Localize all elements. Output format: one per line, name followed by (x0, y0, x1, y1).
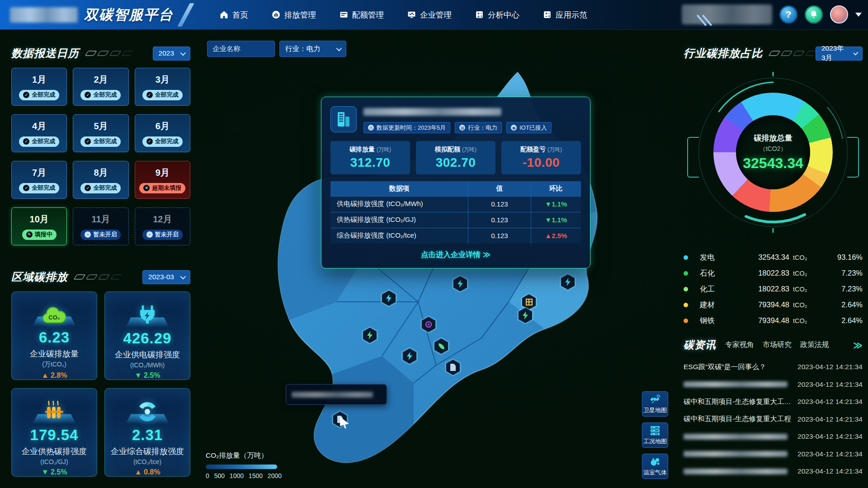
legend-dot (684, 319, 688, 323)
emissions-chart-icon (272, 10, 280, 19)
status-badge: ✓全部完成 (142, 90, 183, 100)
greenhouse-gas-button[interactable]: 温室气体 (642, 454, 668, 479)
news-item[interactable]: 2023-04-12 14:21:34 (684, 446, 863, 463)
enterprise-search-input[interactable] (207, 41, 275, 57)
industry-donut-chart: 碳排放总量 （tCO2） 32543.34 (684, 68, 863, 249)
status-badge: ✓全部完成 (19, 136, 59, 147)
calendar-year-select[interactable]: 2023 (153, 47, 190, 61)
total-unit: （tCO2） (760, 145, 787, 153)
news-item-title-redacted (684, 469, 788, 474)
news-item-time: 2023-04-12 14:21:34 (797, 415, 863, 423)
month-card-feb[interactable]: 2月 ✓全部完成 (73, 68, 128, 106)
user-info-redacted (682, 5, 772, 24)
table-row: 综合碳排放强度 (tCO₂/tce) 0.123 ▲2.5% (330, 228, 581, 244)
news-item[interactable]: 2023-04-12 14:21:34 (684, 463, 863, 480)
stat-unit: (tCO₂/tce) (133, 458, 161, 465)
month-card-jun[interactable]: 6月 ✓全部完成 (135, 114, 190, 152)
notifications-button[interactable] (805, 5, 823, 23)
month-card-nov[interactable]: 11月 −暂未开启 (73, 207, 128, 245)
month-card-mar[interactable]: 3月 ✓全部完成 (135, 68, 190, 106)
nav-item-home[interactable]: 首页 (220, 9, 248, 20)
status-badge: ✓全部完成 (19, 183, 59, 193)
help-button[interactable]: ? (779, 5, 797, 23)
month-card-sep[interactable]: 9月 ✕超期未填报 (135, 161, 190, 199)
clock-icon: ◷ (368, 125, 374, 131)
section-title: 行业碳排放占比 (684, 46, 763, 61)
status-icon: ✎ (26, 231, 33, 238)
news-list: ESG跟“双碳”是一回事么？ 2023-04-12 14:21:34 2023-… (684, 358, 863, 480)
share-period-select[interactable]: 2023年3月 (816, 47, 863, 61)
enterprise-avatar (330, 106, 357, 132)
user-menu-caret-icon[interactable] (855, 13, 862, 17)
operating-map-button[interactable]: 工况地图 (642, 422, 668, 448)
news-item[interactable]: ESG跟“双碳”是一回事么？ 2023-04-12 14:21:34 (684, 358, 863, 376)
industry-filter-select[interactable]: 行业：电力 (279, 41, 346, 57)
nav-item-demos[interactable]: 应用示范 (543, 9, 587, 20)
news-item[interactable]: 2023-04-12 14:21:34 (684, 376, 863, 394)
tab-market-research[interactable]: 市场研究 (763, 340, 792, 350)
tab-policy[interactable]: 政策法规 (800, 340, 829, 350)
stat-label: 企业碳排放量 (30, 348, 79, 359)
title-decor (75, 274, 121, 280)
legend-title: CO₂排放量（万吨） (206, 451, 296, 460)
news-more-arrow[interactable]: ≫ (853, 340, 863, 351)
nav-label: 分析中心 (488, 9, 519, 20)
industry-filter-value: 行业：电力 (285, 44, 321, 54)
donut-center-text: 碳排放总量 （tCO2） 32543.34 (713, 93, 833, 212)
enterprise-name-redacted (363, 108, 501, 116)
status-icon: ✓ (146, 138, 153, 145)
stat-label: 企业供电碳排强度 (115, 349, 180, 360)
status-icon: ✕ (143, 185, 150, 191)
stat-value: 426.29 (123, 330, 172, 347)
month-card-apr[interactable]: 4月 ✓全部完成 (11, 114, 67, 152)
region-period-select[interactable]: 2023-03 (142, 270, 190, 284)
news-item-time: 2023-04-12 14:21:34 (797, 467, 863, 475)
news-item-title-redacted (684, 434, 788, 440)
legend-dot (684, 287, 688, 291)
tooltip-label-redacted (292, 392, 373, 398)
news-section-title: 碳资讯 (684, 338, 716, 352)
enterprise-detail-link[interactable]: 点击进入企业详情 ≫ (330, 250, 581, 260)
tab-expert-view[interactable]: 专家视角 (725, 340, 754, 350)
month-card-may[interactable]: 5月 ✓全部完成 (73, 114, 128, 152)
nav-item-analysis[interactable]: 分析中心 (475, 9, 519, 20)
month-card-aug[interactable]: 8月 ✓全部完成 (73, 161, 128, 199)
logo-mark-redacted (10, 7, 78, 23)
nav-item-quota[interactable]: 配额管理 (340, 9, 384, 20)
layer-label: 工况地图 (643, 437, 667, 446)
nav-item-enterprise[interactable]: 企业管理 (407, 9, 452, 20)
enterprise-monitor-icon (407, 10, 416, 19)
industry-badge: ▤行业：电力 (455, 122, 502, 133)
user-avatar[interactable] (830, 5, 848, 23)
stat-card-overall-intensity: 2.31 企业综合碳排放强度 (tCO₂/tce) ▲ 0.8% (104, 388, 190, 477)
news-item-title-redacted (684, 381, 788, 387)
month-label: 8月 (94, 167, 108, 179)
status-icon: ✓ (85, 185, 91, 191)
server-stack-icon (649, 425, 661, 436)
news-item[interactable]: 碳中和五期项目-生态修复重大工程... 2023-04-12 14:21:34 (684, 393, 863, 411)
news-item[interactable]: 碳中和五期项目-生态修复重大工程 2023-04-12 14:21:34 (684, 411, 863, 428)
month-card-dec[interactable]: 12月 −暂未开启 (135, 207, 190, 245)
nav-item-emissions[interactable]: 排放管理 (272, 9, 316, 20)
svg-text:CO₂: CO₂ (48, 314, 60, 321)
satellite-map-button[interactable]: 卫星地图 (642, 391, 668, 417)
target-ring-icon (136, 400, 159, 423)
period-value: 2023-03 (148, 273, 174, 281)
legend-row: 发电 32543.34 tCO₂ 93.16% (684, 249, 863, 265)
status-badge: ✎填报中 (22, 230, 57, 240)
stat-card-power-intensity: 426.29 企业供电碳排强度 (tCO₂/MWh) ▼ 2.5% (104, 291, 190, 380)
stat-trend: ▲ 0.8% (135, 468, 160, 476)
status-icon: − (85, 231, 91, 238)
satellite-icon (649, 394, 661, 405)
col-header: 环比 (531, 181, 581, 196)
month-card-oct[interactable]: 10月 ✎填报中 (11, 207, 67, 245)
news-item[interactable]: 2023-04-12 14:21:34 (684, 428, 863, 446)
chevron-down-icon (180, 273, 186, 279)
report-calendar-section: 数据报送日历 2023 1月 ✓全部完成 2月 ✓全部完成 3月 ✓全部完成 4… (11, 45, 190, 245)
news-item-title: 碳中和五期项目-生态修复重大工程 (684, 414, 791, 424)
map-tooltip (286, 384, 387, 405)
stat-card-emissions: CO₂ 6.23 企业碳排放量 (万tCO₂) ▲ 2.8% (11, 291, 97, 380)
month-card-jan[interactable]: 1月 ✓全部完成 (11, 68, 67, 106)
heat-radiator-icon (42, 399, 66, 423)
month-card-jul[interactable]: 7月 ✓全部完成 (11, 161, 67, 199)
